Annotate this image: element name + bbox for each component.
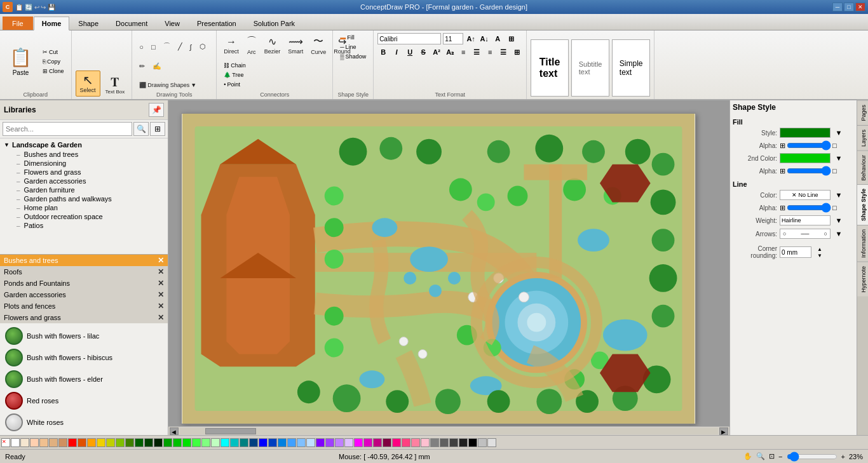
palette-swatch[interactable] [421, 438, 430, 447]
palette-swatch[interactable] [211, 438, 220, 447]
scroll-left-button[interactable]: ◄ [170, 427, 179, 435]
palette-swatch[interactable] [125, 438, 134, 447]
tab-shape[interactable]: Shape [70, 17, 107, 30]
chain-button[interactable]: ⛓ Chain [220, 61, 249, 70]
text-align-justify-button[interactable]: ☰ [498, 46, 509, 58]
palette-swatch[interactable] [430, 438, 439, 447]
panel-bushes-trees[interactable]: Bushes and trees ✕ [0, 255, 168, 266]
scroll-right-button[interactable]: ► [719, 427, 728, 435]
textbox-button[interactable]: 𝐓 Text Box [102, 74, 128, 97]
palette-swatch[interactable] [287, 438, 296, 447]
panel-ponds[interactable]: Ponds and Fountains ✕ [0, 278, 168, 289]
tab-home[interactable]: Home [34, 17, 70, 30]
font-size-input[interactable] [443, 33, 463, 44]
panel-bushes-close-button[interactable]: ✕ [158, 256, 164, 265]
palette-swatch[interactable] [11, 438, 20, 447]
subtitle-text-button[interactable]: Subtitle text [571, 39, 609, 97]
shadow-button[interactable]: ▒ Shadow [337, 52, 369, 61]
clone-button[interactable]: ⊞ Clone [39, 67, 67, 76]
direct-connector-button[interactable]: → Direct [220, 33, 242, 57]
draw-ellipse-button[interactable]: ○ [136, 41, 147, 53]
panel-plots[interactable]: Plots and fences ✕ [0, 300, 168, 312]
palette-swatch[interactable] [306, 438, 315, 447]
italic-button[interactable]: I [391, 46, 402, 58]
copy-button[interactable]: ⎘ Copy [39, 57, 67, 66]
fit-icon[interactable]: ⊡ [769, 452, 775, 460]
second-color-dropdown[interactable]: ▼ [833, 152, 844, 164]
palette-swatch[interactable] [39, 438, 48, 447]
palette-swatch[interactable] [325, 438, 334, 447]
list-item[interactable]: White roses [3, 412, 165, 433]
palette-swatch[interactable] [154, 438, 163, 447]
panel-garden-accessories[interactable]: Garden accessories ✕ [0, 289, 168, 300]
palette-swatch[interactable] [354, 438, 363, 447]
palette-swatch[interactable] [478, 438, 487, 447]
panel-garden-acc-close-button[interactable]: ✕ [158, 290, 164, 299]
tab-document[interactable]: Document [107, 17, 156, 30]
palette-swatch[interactable] [268, 438, 277, 447]
corner-rounding-input[interactable] [780, 246, 811, 258]
panel-roofs-close-button[interactable]: ✕ [158, 267, 164, 276]
palette-swatch[interactable] [440, 438, 449, 447]
palette-swatch[interactable] [201, 438, 210, 447]
palette-swatch[interactable] [78, 438, 86, 447]
list-item[interactable]: Bush with flowers - lilac [3, 326, 165, 346]
palette-swatch[interactable] [173, 438, 182, 447]
canvas-scroll[interactable] [168, 100, 729, 426]
fill-style-dropdown[interactable]: ▼ [833, 127, 844, 138]
draw-curve-button[interactable]: ∫ [187, 41, 195, 53]
lib-child-dimensioning[interactable]: Dimensioning [1, 159, 166, 168]
palette-swatch[interactable] [240, 438, 248, 447]
font-more-button[interactable]: ⊞ [505, 33, 517, 44]
palette-swatch[interactable] [449, 438, 458, 447]
underline-button[interactable]: U [404, 46, 416, 58]
lib-child-garden-accessories[interactable]: Garden accessories [1, 177, 166, 185]
superscript-button[interactable]: A² [431, 46, 442, 58]
palette-swatch[interactable] [68, 438, 77, 447]
tab-presentation[interactable]: Presentation [189, 17, 245, 30]
tab-information[interactable]: Information [857, 225, 868, 262]
h-scrollbar-track[interactable] [180, 428, 718, 434]
list-item[interactable]: Red roses [3, 391, 165, 411]
tree-button[interactable]: 🌲 Tree [220, 70, 249, 79]
palette-swatch[interactable] [487, 438, 496, 447]
zoom-in-icon[interactable]: 🔍 [756, 452, 765, 460]
tab-view[interactable]: View [156, 17, 188, 30]
second-color-alpha-slider[interactable] [787, 166, 831, 176]
second-color-box[interactable] [780, 153, 831, 163]
libraries-view-button[interactable]: ⊞ [150, 122, 165, 136]
palette-swatch[interactable] [106, 438, 115, 447]
select-button[interactable]: ↖ Select [76, 70, 100, 97]
font-family-input[interactable] [377, 33, 441, 44]
panel-plots-close-button[interactable]: ✕ [158, 302, 164, 311]
h-scrollbar[interactable]: ◄ ► [168, 426, 729, 435]
tab-shape-style[interactable]: Shape Style [857, 184, 868, 225]
palette-swatch[interactable] [116, 438, 125, 447]
tab-hypernote[interactable]: Hypernote [857, 262, 868, 297]
palette-swatch[interactable] [392, 438, 401, 447]
arc-connector-button[interactable]: ⌒ Arc [243, 33, 260, 57]
text-align-right-button[interactable]: ≡ [484, 46, 496, 58]
draw-hand-button[interactable]: ✍ [149, 60, 165, 72]
tab-solution-park[interactable]: Solution Park [245, 17, 303, 30]
palette-swatch[interactable] [144, 438, 153, 447]
font-size-increase-button[interactable]: A↑ [465, 33, 477, 44]
palette-swatch[interactable] [335, 438, 344, 447]
line-button[interactable]: ─ Line [337, 43, 359, 51]
lib-child-patios[interactable]: Patios [1, 221, 166, 230]
font-color-button[interactable]: A [492, 33, 503, 44]
palette-swatch[interactable] [411, 438, 420, 447]
no-color-swatch[interactable]: ✕ [1, 438, 10, 447]
fill-button[interactable]: ▬ Fill [337, 33, 358, 42]
text-more2-button[interactable]: ⊞ [511, 46, 522, 58]
palette-swatch[interactable] [230, 438, 239, 447]
palette-swatch[interactable] [459, 438, 468, 447]
panel-roofs[interactable]: Roofs ✕ [0, 266, 168, 278]
palette-swatch[interactable] [259, 438, 268, 447]
palette-swatch[interactable] [373, 438, 382, 447]
lib-child-flowers[interactable]: Flowers and grass [1, 168, 166, 177]
text-align-center-button[interactable]: ☰ [471, 46, 482, 58]
lib-child-garden-furniture[interactable]: Garden furniture [1, 185, 166, 194]
palette-swatch[interactable] [87, 438, 96, 447]
cut-button[interactable]: ✂ Cut [39, 48, 67, 57]
